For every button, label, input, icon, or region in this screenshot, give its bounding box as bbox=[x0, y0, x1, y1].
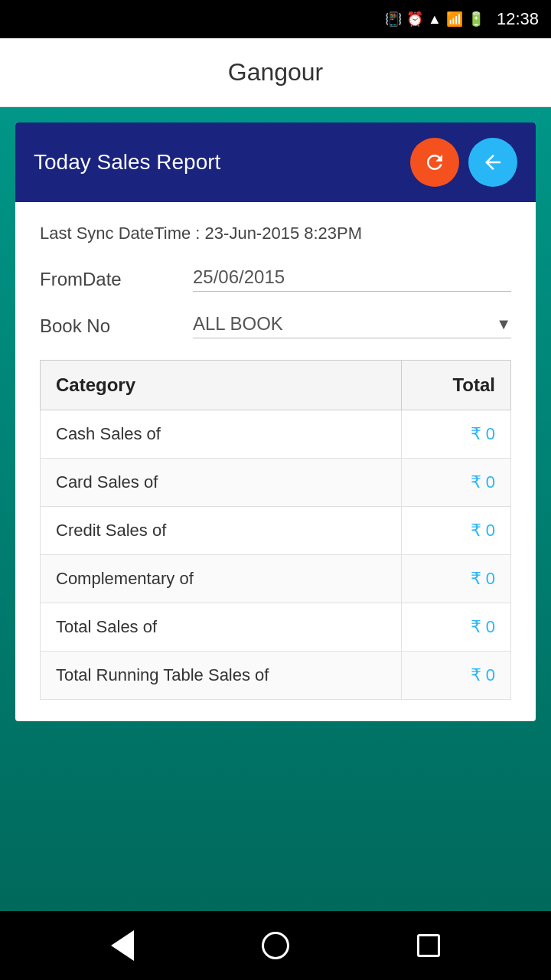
amount-cell: ₹0 bbox=[402, 507, 511, 555]
amount-cell: ₹0 bbox=[402, 459, 511, 507]
card-title: Today Sales Report bbox=[34, 150, 220, 175]
vibrate-icon: 📳 bbox=[385, 11, 402, 28]
status-time: 12:38 bbox=[497, 9, 539, 29]
book-no-label: Book No bbox=[40, 315, 193, 337]
table-row: Card Sales of₹0 bbox=[41, 459, 511, 507]
card-body: Last Sync DateTime : 23-Jun-2015 8:23PM … bbox=[15, 202, 536, 721]
card-actions bbox=[410, 138, 517, 187]
status-icons: 📳 ⏰ ▲ 📶 🔋 bbox=[385, 11, 484, 28]
home-nav-icon bbox=[262, 932, 289, 959]
amount-value: 0 bbox=[486, 424, 495, 444]
book-no-value: ALL BOOK bbox=[193, 313, 496, 335]
amount-value: 0 bbox=[486, 569, 495, 589]
sales-table: Category Total Cash Sales of₹0Card Sales… bbox=[40, 360, 511, 700]
book-no-select[interactable]: ALL BOOK ▼ bbox=[193, 313, 511, 338]
category-cell: Card Sales of bbox=[41, 459, 402, 507]
rupee-icon: ₹ bbox=[471, 521, 481, 541]
back-button[interactable] bbox=[468, 138, 517, 187]
rupee-icon: ₹ bbox=[471, 424, 481, 444]
category-cell: Cash Sales of bbox=[41, 410, 402, 459]
alarm-icon: ⏰ bbox=[406, 11, 423, 28]
back-arrow-icon bbox=[481, 151, 504, 174]
app-header: Gangour bbox=[0, 38, 551, 107]
amount-value: 0 bbox=[486, 665, 495, 685]
refresh-button[interactable] bbox=[410, 138, 459, 187]
amount-cell: ₹0 bbox=[402, 410, 511, 459]
amount-value: 0 bbox=[486, 472, 495, 492]
table-row: Total Sales of₹0 bbox=[41, 603, 511, 652]
recents-nav-button[interactable] bbox=[409, 926, 448, 965]
back-nav-icon bbox=[111, 930, 134, 961]
category-cell: Credit Sales of bbox=[41, 507, 402, 555]
category-header: Category bbox=[41, 361, 402, 410]
amount-value: 0 bbox=[486, 617, 495, 637]
amount-cell: ₹0 bbox=[402, 652, 511, 700]
refresh-icon bbox=[423, 151, 446, 174]
battery-icon: 🔋 bbox=[468, 11, 484, 28]
rupee-icon: ₹ bbox=[471, 569, 481, 589]
rupee-icon: ₹ bbox=[471, 617, 481, 637]
amount-cell: ₹0 bbox=[402, 603, 511, 652]
card-header: Today Sales Report bbox=[15, 122, 536, 202]
book-no-row: Book No ALL BOOK ▼ bbox=[40, 313, 511, 338]
from-date-row: FromDate 25/06/2015 bbox=[40, 266, 511, 292]
rupee-icon: ₹ bbox=[471, 665, 481, 685]
category-cell: Complementary of bbox=[41, 555, 402, 603]
signal-icon: 📶 bbox=[446, 11, 463, 28]
sync-info: Last Sync DateTime : 23-Jun-2015 8:23PM bbox=[40, 224, 511, 243]
table-row: Credit Sales of₹0 bbox=[41, 507, 511, 555]
total-header: Total bbox=[402, 361, 511, 410]
back-nav-button[interactable] bbox=[103, 926, 142, 965]
bottom-nav bbox=[0, 911, 551, 980]
category-cell: Total Sales of bbox=[41, 603, 402, 652]
app-title: Gangour bbox=[228, 58, 324, 87]
rupee-icon: ₹ bbox=[471, 472, 481, 492]
amount-cell: ₹0 bbox=[402, 555, 511, 603]
main-content: Today Sales Report Last Sync DateTime : … bbox=[0, 107, 551, 911]
table-row: Cash Sales of₹0 bbox=[41, 410, 511, 459]
status-bar: 📳 ⏰ ▲ 📶 🔋 12:38 bbox=[0, 0, 551, 38]
sales-report-card: Today Sales Report Last Sync DateTime : … bbox=[15, 122, 536, 721]
home-nav-button[interactable] bbox=[256, 926, 295, 965]
table-row: Total Running Table Sales of₹0 bbox=[41, 652, 511, 700]
category-cell: Total Running Table Sales of bbox=[41, 652, 402, 700]
amount-value: 0 bbox=[486, 521, 495, 541]
from-date-value[interactable]: 25/06/2015 bbox=[193, 266, 511, 292]
from-date-label: FromDate bbox=[40, 269, 193, 290]
recents-nav-icon bbox=[417, 934, 440, 957]
chevron-down-icon: ▼ bbox=[496, 315, 511, 333]
table-row: Complementary of₹0 bbox=[41, 555, 511, 603]
wifi-icon: ▲ bbox=[428, 11, 442, 28]
